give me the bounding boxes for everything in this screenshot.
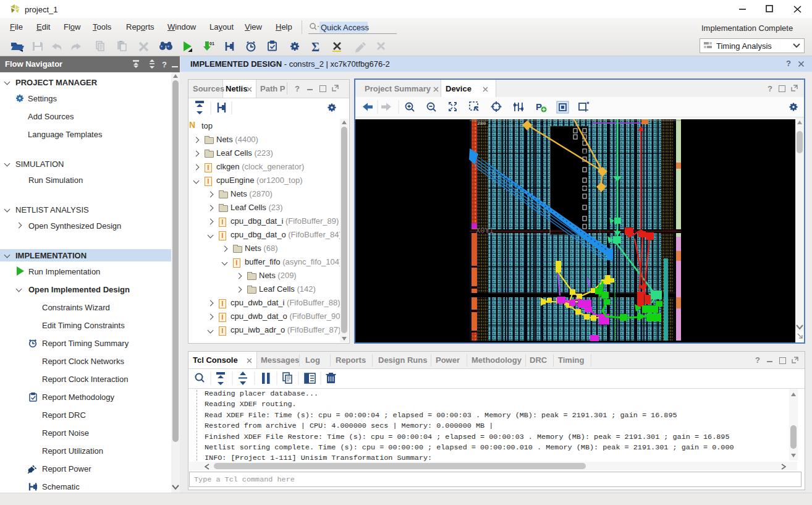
svg-text:Σ: Σ xyxy=(311,40,319,54)
svg-text:P: P xyxy=(536,101,542,112)
svg-text:01: 01 xyxy=(209,41,214,46)
svg-text:X0Y1: X0Y1 xyxy=(476,227,494,236)
svg-text:?: ? xyxy=(162,60,167,69)
svg-text:280: 280 xyxy=(477,121,486,126)
